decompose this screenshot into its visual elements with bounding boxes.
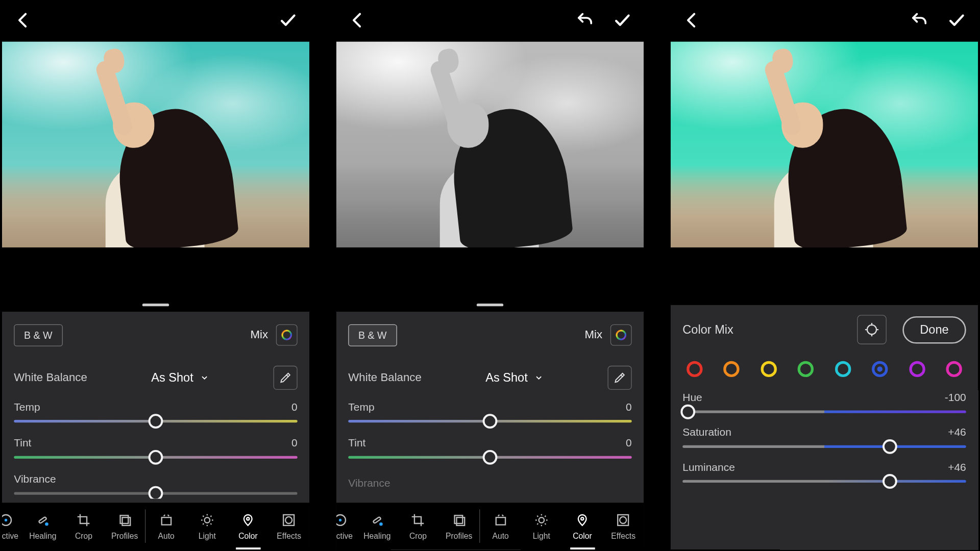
svg-point-8 <box>205 517 210 522</box>
eyedropper-icon[interactable] <box>274 366 298 390</box>
tool-light[interactable]: Light <box>521 503 562 549</box>
tint-value: 0 <box>626 437 632 449</box>
svg-point-2 <box>5 518 7 521</box>
bw-toggle-button[interactable]: B & W <box>348 324 397 346</box>
temp-slider[interactable]: Temp0 <box>14 401 297 422</box>
svg-point-21 <box>581 517 583 520</box>
saturation-value: +46 <box>948 427 966 439</box>
target-adjust-icon[interactable] <box>857 315 887 344</box>
accept-icon[interactable] <box>947 11 966 32</box>
photo-preview[interactable] <box>671 42 978 247</box>
tool-color[interactable]: Color <box>562 503 603 549</box>
svg-rect-15 <box>373 516 381 523</box>
vibrance-label: Vibrance <box>348 478 390 490</box>
tint-label: Tint <box>348 437 365 449</box>
tool-profiles[interactable]: Profiles <box>104 503 145 549</box>
svg-rect-18 <box>456 517 464 525</box>
screen-bw: B & W Mix White Balance As Shot Temp0 Ti… <box>336 2 644 549</box>
white-balance-select[interactable]: As Shot <box>151 371 209 385</box>
vibrance-label: Vibrance <box>14 473 56 486</box>
back-icon[interactable] <box>14 11 33 32</box>
temp-slider[interactable]: Temp0 <box>348 401 631 422</box>
tint-label: Tint <box>14 437 31 449</box>
photo-preview[interactable] <box>2 42 310 247</box>
screen-colormix: Color Mix Done Hue-100 <box>671 2 978 549</box>
swatch-yellow[interactable] <box>761 361 776 377</box>
chevron-down-icon <box>200 373 209 382</box>
tool-color[interactable]: Color <box>228 503 268 549</box>
svg-point-20 <box>539 517 544 522</box>
done-button[interactable]: Done <box>902 316 966 343</box>
luminance-slider[interactable]: Luminance+46 <box>682 461 966 483</box>
svg-rect-17 <box>454 515 462 523</box>
swatch-blue[interactable] <box>872 361 888 377</box>
bw-toggle-button[interactable]: B & W <box>14 324 62 346</box>
color-swatches <box>682 355 966 392</box>
tool-crop[interactable]: Crop <box>63 503 104 549</box>
tool-effects[interactable]: Effects <box>268 503 309 549</box>
svg-rect-7 <box>162 517 171 524</box>
eyedropper-icon[interactable] <box>608 366 632 390</box>
svg-rect-5 <box>120 515 128 523</box>
white-balance-label: White Balance <box>14 371 87 384</box>
temp-value: 0 <box>626 401 632 413</box>
luminance-value: +46 <box>948 461 966 473</box>
temp-label: Temp <box>14 401 40 413</box>
bottom-toolbar: ctive Healing Crop Profiles Auto Light C… <box>336 503 644 549</box>
accept-icon[interactable] <box>613 11 632 32</box>
panel-grabber-area <box>671 247 978 305</box>
svg-point-23 <box>620 516 627 523</box>
panel-grabber-area[interactable] <box>336 247 644 312</box>
accept-icon[interactable] <box>279 11 298 32</box>
hue-value: -100 <box>945 392 966 404</box>
tint-value: 0 <box>291 437 298 449</box>
svg-rect-3 <box>39 516 47 523</box>
swatch-green[interactable] <box>798 361 814 377</box>
tool-effects[interactable]: Effects <box>603 503 644 549</box>
screen-color: B & W Mix White Balance As Shot <box>2 2 310 549</box>
temp-value: 0 <box>291 401 298 413</box>
tool-crop[interactable]: Crop <box>398 503 438 549</box>
drag-handle-icon[interactable] <box>477 304 503 306</box>
drag-handle-icon[interactable] <box>142 304 169 306</box>
vibrance-slider[interactable]: Vibrance <box>14 473 297 499</box>
hue-slider[interactable]: Hue-100 <box>682 392 966 413</box>
tint-slider[interactable]: Tint0 <box>14 437 297 459</box>
tool-healing[interactable]: Healing <box>357 503 398 549</box>
mix-button-label[interactable]: Mix <box>584 328 602 341</box>
tool-healing[interactable]: Healing <box>22 503 63 549</box>
swatch-magenta[interactable] <box>946 361 962 377</box>
tool-light[interactable]: Light <box>187 503 228 549</box>
color-wheel-icon[interactable] <box>276 324 298 346</box>
svg-point-4 <box>45 522 48 525</box>
panel-grabber-area[interactable] <box>2 247 310 312</box>
color-wheel-icon[interactable] <box>610 324 632 346</box>
undo-icon[interactable] <box>576 11 595 32</box>
svg-point-9 <box>247 517 249 520</box>
saturation-slider[interactable]: Saturation+46 <box>682 427 966 448</box>
swatch-red[interactable] <box>687 361 702 377</box>
tint-slider[interactable]: Tint0 <box>348 437 631 459</box>
tool-profiles[interactable]: Profiles <box>438 503 479 549</box>
tool-selective[interactable]: ctive <box>336 503 357 549</box>
undo-icon[interactable] <box>910 11 929 32</box>
tool-selective[interactable]: ctive <box>2 503 22 549</box>
svg-point-14 <box>339 518 341 521</box>
mix-button-label[interactable]: Mix <box>250 328 268 341</box>
bottom-toolbar: ctive Healing Crop Profiles Auto Light C… <box>2 503 310 549</box>
back-icon[interactable] <box>682 11 701 32</box>
tool-auto[interactable]: Auto <box>480 503 521 549</box>
saturation-label: Saturation <box>682 427 731 439</box>
back-icon[interactable] <box>348 11 367 32</box>
svg-point-0 <box>282 331 291 339</box>
svg-point-16 <box>379 522 383 525</box>
swatch-orange[interactable] <box>724 361 740 377</box>
tool-auto[interactable]: Auto <box>146 503 187 549</box>
swatch-aqua[interactable] <box>835 361 851 377</box>
swatch-purple[interactable] <box>909 361 925 377</box>
white-balance-select[interactable]: As Shot <box>485 371 544 385</box>
photo-preview[interactable] <box>336 42 644 247</box>
navbar <box>2 2 310 42</box>
svg-point-24 <box>867 325 876 334</box>
navbar <box>671 2 978 42</box>
